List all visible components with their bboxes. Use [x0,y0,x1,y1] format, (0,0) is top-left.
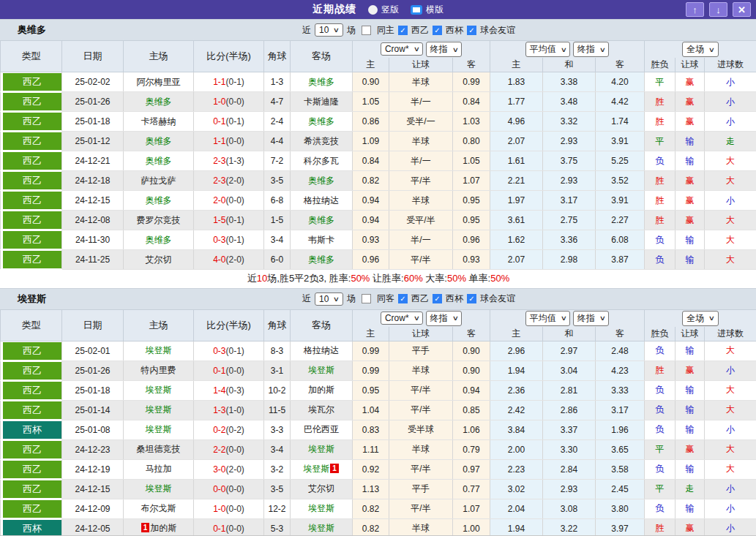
fulltime-score: 0-3 [213,346,225,356]
sub-header-handicap-result: 让球 [675,58,705,72]
league-cell: 西乙 [1,380,62,400]
move-down-button[interactable]: ↓ [709,2,727,17]
team-label: 特内里费 [141,365,176,375]
team-label: 卡塔赫纳 [141,116,176,127]
avg-home-cell: 2.04 [490,499,543,518]
same-venue-checkbox[interactable] [362,26,371,35]
odds-away-cell: 1.05 [453,151,490,171]
odds-home-cell: 1.09 [353,132,389,151]
corner-cell: 4-4 [264,132,291,151]
average-select[interactable]: 平均值∨ [525,42,571,57]
close-button[interactable]: ✕ [733,2,751,17]
home-team-cell: 卡塔赫纳 [124,112,194,132]
league-checkbox-0[interactable] [398,294,408,303]
result-goals-cell: 小 [705,518,756,536]
average-group-header: 平均值∨ 终指∨ [490,309,645,327]
date-cell: 25-01-26 [62,92,124,112]
average-group-header: 平均值∨ 终指∨ [490,41,645,58]
result-handicap-cell: 赢 [675,92,705,112]
league-checkbox-2[interactable] [467,26,476,35]
odds-home-cell: 0.99 [353,341,389,361]
team-label: 奥维多 [146,195,172,205]
result-outcome-cell: 平 [645,132,675,151]
score-cell: 1-1(0-0) [194,132,264,151]
summary-row: 近10场,胜5平2负3, 胜率:50% 让胜率:60% 大率:50% 单率:50… [1,270,756,288]
team-label: 埃登斯 [146,483,172,494]
chevron-down-icon: ∨ [333,295,340,303]
odds-home-cell: 0.96 [353,250,389,270]
date-cell: 24-12-19 [62,459,124,479]
league-checkbox-0[interactable] [398,26,408,35]
avg-home-cell: 1.94 [490,518,543,536]
same-venue-checkbox[interactable] [362,294,371,303]
league-cell: 西乙 [1,439,62,459]
result-goals-cell: 小 [705,499,756,518]
match-row: 西乙25-02-01埃登斯0-3(0-1)8-3格拉纳达0.99平手0.902.… [1,341,756,361]
result-outcome-cell: 负 [645,380,675,400]
league-cell: 西乙 [1,479,62,499]
odds-handicap-cell: 半球 [389,518,453,536]
red-card-badge: 1 [330,464,339,473]
odds-source-select[interactable]: Crow*∨ [381,42,423,56]
sub-header-handicap: 让球 [389,327,453,341]
move-up-button[interactable]: ↑ [686,2,704,17]
league-label-2: 球会友谊 [480,24,515,37]
recent-count-value: 10 [319,294,329,304]
result-outcome-cell: 胜 [645,361,675,380]
corner-cell: 3-4 [264,439,291,459]
result-handicap-cell: 输 [675,499,705,518]
radio-vertical[interactable]: 竖版 [368,4,399,16]
avg-draw-cell: 2.97 [543,341,596,361]
odds-home-cell: 0.95 [353,380,389,400]
games-label: 场 [347,24,356,37]
average-select[interactable]: 平均值∨ [525,311,571,326]
result-outcome-cell: 胜 [645,92,675,112]
average-final-select[interactable]: 终指∨ [573,311,610,326]
odds-final-select[interactable]: 终指∨ [426,42,463,57]
date-cell: 25-01-18 [62,112,124,132]
home-team-cell: 特内里费 [124,361,194,380]
result-handicap-cell: 输 [675,420,705,439]
away-team-cell: 奥维多 [291,72,353,92]
team-label: 马拉加 [146,464,172,474]
odds-away-cell: 0.93 [453,250,490,270]
match-row: 西乙25-01-14埃登斯1-3(1-0)11-5埃瓦尔1.04平/半0.852… [1,400,756,420]
team-label: 埃登斯 [146,424,172,434]
home-team-cell: 桑坦德竞技 [124,439,194,459]
result-handicap-cell: 赢 [675,112,705,132]
odds-handicap-cell: 受平/半 [389,211,453,230]
league-badge: 西乙 [3,172,61,189]
league-checkbox-1[interactable] [433,294,442,303]
recent-count-select[interactable]: 10∨ [315,292,343,306]
league-badge: 西乙 [3,441,61,458]
score-cell: 2-3(2-0) [194,171,264,191]
result-handicap-cell: 输 [675,132,705,151]
match-row: 西乙24-11-30奥维多0-3(0-1)3-4韦斯卡0.93半/一0.961.… [1,230,756,250]
games-label: 场 [347,292,356,305]
league-checkbox-2[interactable] [467,294,476,303]
avg-draw-cell: 3.04 [543,361,596,380]
fulltime-select[interactable]: 全场∨ [682,42,719,57]
chevron-down-icon: ∨ [708,46,715,53]
sub-header-outcome: 胜负 [645,327,675,341]
halftime-score: (0-0) [226,504,244,514]
filter-bar: 近 10∨ 场 同主 西乙 西杯 球会友谊 [302,23,516,37]
avg-away-cell: 3.65 [596,439,645,459]
score-cell: 0-1(0-0) [194,518,264,536]
chevron-down-icon: ∨ [413,45,419,53]
halftime-score: (2-0) [226,464,244,475]
result-handicap-cell: 赢 [675,211,705,230]
fulltime-select[interactable]: 全场∨ [682,311,719,326]
corner-cell: 5-3 [264,518,291,536]
team-label: 艾尔切 [146,254,172,265]
team-label: 埃登斯 [308,444,334,454]
league-checkbox-1[interactable] [433,26,442,35]
recent-count-select[interactable]: 10∨ [315,23,343,37]
radio-horizontal[interactable]: 横版 [411,4,444,16]
same-venue-label: 同主 [377,24,394,37]
league-cell: 西乙 [1,361,62,380]
odds-source-select[interactable]: Crow*∨ [381,312,423,325]
average-final-select[interactable]: 终指∨ [573,42,610,57]
odds-final-select[interactable]: 终指∨ [426,311,463,326]
halftime-score: (0-0) [226,524,244,534]
